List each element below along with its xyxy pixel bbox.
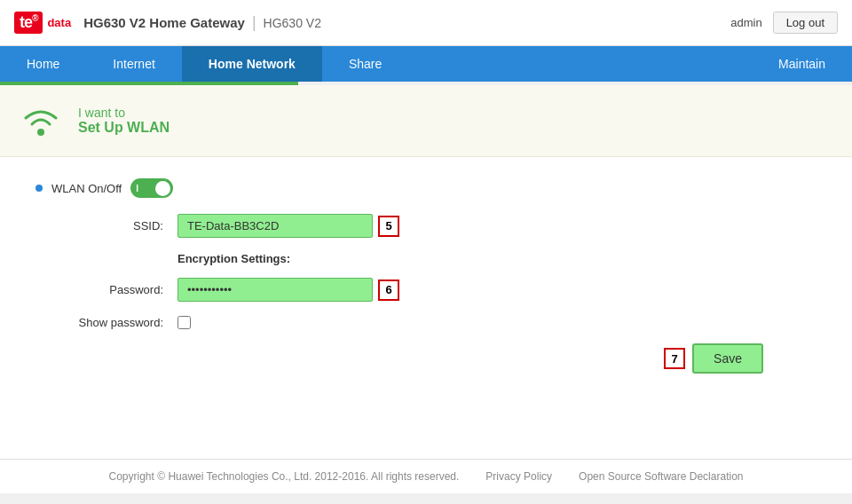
- toggle-label: I: [136, 184, 138, 193]
- setup-wlan-label: Set Up WLAN: [78, 120, 170, 136]
- logo-icon: te®: [14, 12, 43, 34]
- main-nav: Home Internet Home Network Share Maintai…: [0, 46, 852, 82]
- encryption-heading: Encryption Settings:: [178, 252, 816, 265]
- header: te® data HG630 V2 Home Gateway | HG630 V…: [0, 0, 852, 46]
- ssid-row: SSID: 5: [36, 214, 816, 238]
- save-button[interactable]: Save: [692, 343, 763, 374]
- password-badge: 6: [378, 280, 399, 301]
- i-want-label: I want to: [78, 106, 170, 120]
- header-title: HG630 V2 Home Gateway: [83, 15, 245, 30]
- open-source-link[interactable]: Open Source Software Declaration: [579, 470, 743, 483]
- wlan-toggle[interactable]: I: [130, 178, 173, 198]
- show-password-row: Show password:: [36, 316, 816, 329]
- wlan-dot: [36, 185, 43, 192]
- nav-item-share[interactable]: Share: [322, 46, 408, 82]
- logo: te® data: [14, 12, 71, 34]
- ssid-input-wrapper: 5: [178, 214, 399, 238]
- privacy-policy-link[interactable]: Privacy Policy: [485, 470, 552, 483]
- save-row: 7 Save: [36, 343, 816, 374]
- password-row: Password: 6: [36, 278, 816, 302]
- logout-button[interactable]: Log out: [773, 12, 838, 34]
- wlan-toggle-row: WLAN On/Off I: [36, 178, 816, 198]
- svg-point-0: [37, 129, 44, 136]
- show-password-checkbox[interactable]: [178, 316, 191, 329]
- password-input[interactable]: [178, 278, 373, 302]
- footer: Copyright © Huawei Technologies Co., Ltd…: [0, 459, 852, 493]
- page-header-text: I want to Set Up WLAN: [78, 106, 170, 136]
- save-badge: 7: [664, 348, 685, 369]
- ssid-label: SSID:: [36, 219, 178, 232]
- admin-label: admin: [730, 16, 761, 29]
- page-header: I want to Set Up WLAN: [0, 85, 852, 157]
- logo-data: data: [47, 16, 71, 29]
- copyright-text: Copyright © Huawei Technologies Co., Ltd…: [109, 470, 460, 483]
- nav-spacer: [408, 46, 752, 82]
- header-right: admin Log out: [730, 12, 838, 34]
- wlan-label: WLAN On/Off: [51, 182, 122, 195]
- main-content: WLAN On/Off I SSID: 5 Encryption Setting…: [0, 157, 852, 459]
- ssid-badge: 5: [378, 216, 399, 237]
- nav-item-internet[interactable]: Internet: [86, 46, 181, 82]
- toggle-knob: [155, 181, 170, 196]
- wifi-icon: [18, 98, 64, 144]
- password-input-wrapper: 6: [178, 278, 399, 302]
- nav-item-home[interactable]: Home: [0, 46, 86, 82]
- ssid-input[interactable]: [178, 214, 373, 238]
- nav-item-home-network[interactable]: Home Network: [182, 46, 322, 82]
- password-label: Password:: [36, 283, 178, 296]
- show-password-label: Show password:: [36, 316, 178, 329]
- header-subtitle: HG630 V2: [264, 16, 321, 30]
- header-divider: |: [252, 13, 256, 32]
- nav-item-maintain[interactable]: Maintain: [752, 46, 852, 82]
